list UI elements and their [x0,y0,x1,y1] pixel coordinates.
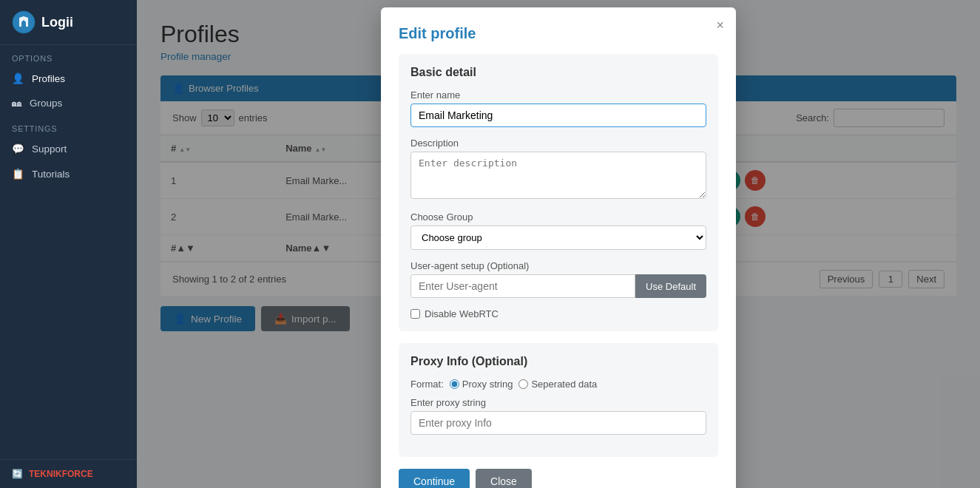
proxy-string-label-el: Enter proxy string [410,397,706,408]
description-group: Description [410,138,706,201]
modal-title: Edit profile [399,25,718,42]
sidebar-item-groups[interactable]: 🏘 Groups [0,91,137,115]
profiles-label: Profiles [32,73,65,84]
proxy-string-input[interactable] [410,411,706,435]
groups-label: Groups [30,98,62,109]
sidebar-item-tutorials[interactable]: 📋 Tutorials [0,161,137,186]
modal-overlay: × Edit profile Basic detail Enter name D… [137,0,980,488]
sidebar-item-profiles[interactable]: 👤 Profiles [0,66,137,91]
brand-icon: 🔄 [12,469,23,479]
user-agent-input-row: Use Default [410,274,706,298]
groups-icon: 🏘 [12,98,22,109]
name-input[interactable] [410,104,706,127]
separated-data-radio[interactable] [518,379,528,389]
close-btn[interactable]: Close [476,469,532,488]
separated-data-label: Seperated data [531,379,597,390]
profiles-icon: 👤 [12,72,24,84]
support-icon: 💬 [12,143,24,155]
edit-profile-modal: × Edit profile Basic detail Enter name D… [381,7,736,488]
content-area: Profiles Profile manager 👤 Browser Profi… [137,0,980,488]
tutorials-icon: 📋 [12,168,24,180]
basic-detail-section: Basic detail Enter name Description Choo… [399,54,718,331]
proxy-string-option: Proxy string [450,379,513,390]
use-default-btn[interactable]: Use Default [635,274,706,298]
proxy-string-radio[interactable] [450,379,459,389]
tutorials-label: Tutorials [32,169,70,180]
sidebar: Logii OPTIONS 👤 Profiles 🏘 Groups SETTIN… [0,0,137,488]
disable-webrtc-label: Disable WebRTC [425,308,499,319]
user-agent-input[interactable] [410,274,635,298]
format-label: Format: [410,379,444,390]
choose-group-select[interactable]: Choose group [410,226,706,250]
choose-group-label: Choose Group [410,211,706,223]
name-group: Enter name [410,89,706,127]
user-agent-group: User-agent setup (Optional) Use Default [410,260,706,298]
support-label: Support [32,143,67,155]
sidebar-item-support[interactable]: 💬 Support [0,136,137,161]
brand-label: TEKNIKFORCE [29,469,93,479]
proxy-title: Proxy Info (Optional) [410,355,706,368]
description-textarea[interactable] [410,152,706,199]
proxy-info-section: Proxy Info (Optional) Format: Proxy stri… [399,343,718,457]
name-label: Enter name [410,89,706,101]
modal-close-btn[interactable]: × [716,18,724,33]
basic-detail-title: Basic detail [410,66,706,79]
user-agent-label: User-agent setup (Optional) [410,260,706,271]
proxy-string-group: Enter proxy string [410,397,706,435]
footer-brand: 🔄 TEKNIKFORCE [0,459,137,488]
format-row: Format: Proxy string Seperated data [410,379,706,390]
disable-webrtc-checkbox[interactable] [410,309,420,319]
settings-label: SETTINGS [0,115,137,136]
disable-webrtc-row: Disable WebRTC [410,308,706,319]
modal-footer: Continue Close [399,469,718,488]
logo: Logii [0,0,137,45]
separated-data-option: Seperated data [518,379,597,390]
choose-group-group: Choose Group Choose group [410,211,706,250]
options-label: OPTIONS [0,45,137,66]
continue-btn[interactable]: Continue [399,469,470,488]
proxy-string-label: Proxy string [462,379,513,390]
logo-text: Logii [41,15,73,30]
description-label: Description [410,138,706,149]
